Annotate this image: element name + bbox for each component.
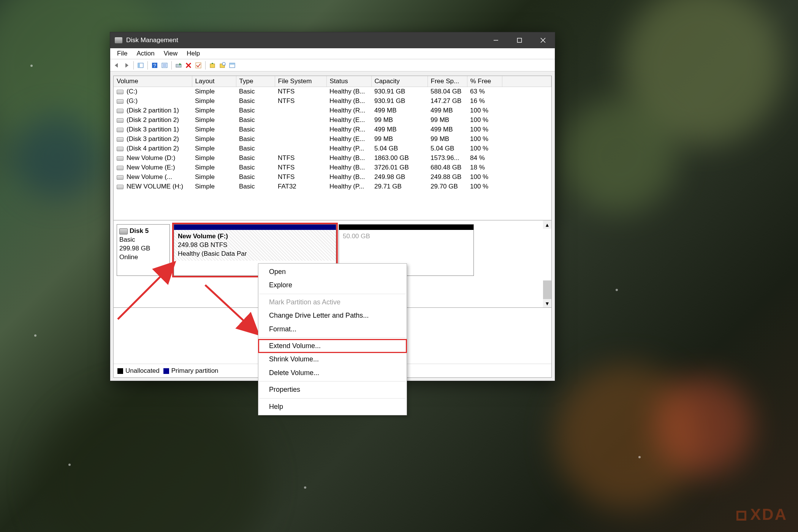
- action2-icon[interactable]: [218, 61, 226, 70]
- cell-free: 499 MB: [428, 125, 467, 135]
- ctx-delete-volume[interactable]: Delete Volume...: [258, 366, 407, 380]
- table-row[interactable]: (Disk 3 partition 1)SimpleBasicHealthy (…: [114, 125, 551, 135]
- cell-free: 249.88 GB: [428, 173, 467, 182]
- cell-volume: (Disk 3 partition 1): [127, 126, 179, 133]
- cell-type: Basic: [236, 97, 275, 106]
- cell-fs: [275, 106, 326, 116]
- drive-icon: [117, 90, 124, 94]
- help-icon[interactable]: ?: [150, 61, 159, 70]
- drive-icon: [117, 137, 124, 142]
- action1-icon[interactable]: [208, 61, 217, 70]
- table-row[interactable]: (Disk 3 partition 2)SimpleBasicHealthy (…: [114, 135, 551, 144]
- cell-volume: (Disk 4 partition 2): [127, 145, 179, 152]
- svg-text:?: ?: [153, 63, 156, 68]
- col-status[interactable]: Status: [326, 76, 371, 87]
- cell-capacity: 1863.00 GB: [371, 154, 428, 163]
- cell-volume: New Volume (...: [127, 173, 172, 180]
- cell-layout: Simple: [192, 182, 236, 192]
- ctx-shrink-volume[interactable]: Shrink Volume...: [258, 353, 407, 366]
- action3-icon[interactable]: [228, 61, 236, 70]
- back-icon[interactable]: [112, 61, 121, 70]
- partition-f-line2: 249.98 GB NTFS: [178, 241, 332, 250]
- svg-rect-14: [210, 64, 215, 68]
- table-row[interactable]: (Disk 4 partition 2)SimpleBasicHealthy (…: [114, 144, 551, 154]
- drive-icon: [117, 109, 124, 113]
- cell-pct: 100 %: [467, 106, 502, 116]
- ctx-format[interactable]: Format...: [258, 323, 407, 336]
- table-row[interactable]: New Volume (...SimpleBasicNTFSHealthy (B…: [114, 173, 551, 182]
- maximize-button[interactable]: [508, 32, 531, 48]
- scrollbar-thumb[interactable]: [543, 280, 551, 299]
- cell-layout: Simple: [192, 97, 236, 106]
- disk-size: 299.98 GB: [119, 244, 167, 253]
- col-capacity[interactable]: Capacity: [371, 76, 428, 87]
- minimize-button[interactable]: [484, 32, 508, 48]
- disk-header[interactable]: Disk 5 Basic 299.98 GB Online: [117, 224, 170, 276]
- toolbar: ?: [110, 59, 555, 71]
- check-icon[interactable]: [194, 61, 203, 70]
- cell-fs: NTFS: [275, 163, 326, 173]
- col-volume[interactable]: Volume: [114, 76, 192, 87]
- cell-free: 147.27 GB: [428, 97, 467, 106]
- ctx-help[interactable]: Help: [258, 400, 407, 413]
- col-free[interactable]: Free Sp...: [428, 76, 467, 87]
- cell-free: 29.70 GB: [428, 182, 467, 192]
- cell-status: Healthy (R...: [326, 125, 371, 135]
- scroll-down-button[interactable]: ▾: [543, 299, 551, 307]
- col-type[interactable]: Type: [236, 76, 275, 87]
- window-title: Disk Management: [126, 36, 178, 44]
- ctx-change-letter[interactable]: Change Drive Letter and Paths...: [258, 309, 407, 322]
- cell-status: Healthy (B...: [326, 154, 371, 163]
- cell-type: Basic: [236, 144, 275, 154]
- cell-volume: (Disk 3 partition 2): [127, 135, 179, 142]
- menu-action[interactable]: Action: [132, 49, 159, 59]
- table-row[interactable]: (Disk 2 partition 1)SimpleBasicHealthy (…: [114, 106, 551, 116]
- disk-label: Disk 5: [130, 227, 149, 234]
- cell-type: Basic: [236, 106, 275, 116]
- cell-fs: [275, 135, 326, 144]
- scroll-up-button[interactable]: ▴: [543, 220, 551, 229]
- ctx-properties[interactable]: Properties: [258, 383, 407, 396]
- cell-fs: NTFS: [275, 97, 326, 106]
- app-icon: [115, 37, 122, 43]
- delete-icon[interactable]: [184, 61, 193, 70]
- cell-status: Healthy (B...: [326, 173, 371, 182]
- table-row[interactable]: (G:)SimpleBasicNTFSHealthy (B...930.91 G…: [114, 97, 551, 106]
- show-hide-icon[interactable]: [136, 61, 145, 70]
- table-row[interactable]: (Disk 2 partition 2)SimpleBasicHealthy (…: [114, 116, 551, 125]
- forward-icon[interactable]: [122, 61, 131, 70]
- col-fs[interactable]: File System: [275, 76, 326, 87]
- cell-pct: 100 %: [467, 182, 502, 192]
- table-row[interactable]: (C:)SimpleBasicNTFSHealthy (B...930.91 G…: [114, 87, 551, 97]
- table-row[interactable]: New Volume (D:)SimpleBasicNTFSHealthy (B…: [114, 154, 551, 163]
- cell-layout: Simple: [192, 144, 236, 154]
- menu-help[interactable]: Help: [182, 49, 204, 59]
- col-extra[interactable]: [502, 76, 551, 87]
- cell-status: Healthy (P...: [326, 182, 371, 192]
- ctx-open[interactable]: Open: [258, 265, 407, 279]
- cell-capacity: 29.71 GB: [371, 182, 428, 192]
- cell-status: Healthy (B...: [326, 97, 371, 106]
- cell-capacity: 930.91 GB: [371, 87, 428, 97]
- table-row[interactable]: New Volume (E:)SimpleBasicNTFSHealthy (B…: [114, 163, 551, 173]
- menu-file[interactable]: File: [112, 49, 132, 59]
- titlebar[interactable]: Disk Management: [110, 32, 555, 48]
- ctx-explore[interactable]: Explore: [258, 279, 407, 292]
- menu-view[interactable]: View: [159, 49, 182, 59]
- volumes-table[interactable]: Volume Layout Type File System Status Ca…: [114, 76, 551, 192]
- context-menu: Open Explore Mark Partition as Active Ch…: [258, 263, 407, 415]
- cell-status: Healthy (P...: [326, 144, 371, 154]
- partition-f-header: [174, 225, 336, 230]
- properties-icon[interactable]: [160, 61, 169, 70]
- cell-status: Healthy (E...: [326, 116, 371, 125]
- cell-layout: Simple: [192, 135, 236, 144]
- volumes-table-area: Volume Layout Type File System Status Ca…: [114, 76, 551, 220]
- drive-icon: [117, 147, 124, 151]
- table-row[interactable]: NEW VOLUME (H:)SimpleBasicFAT32Healthy (…: [114, 182, 551, 192]
- ctx-extend-volume[interactable]: Extend Volume...: [258, 339, 407, 353]
- ctx-mark-active: Mark Partition as Active: [258, 296, 407, 309]
- close-button[interactable]: [531, 32, 555, 48]
- refresh-icon[interactable]: [174, 61, 183, 70]
- col-pct[interactable]: % Free: [467, 76, 502, 87]
- col-layout[interactable]: Layout: [192, 76, 236, 87]
